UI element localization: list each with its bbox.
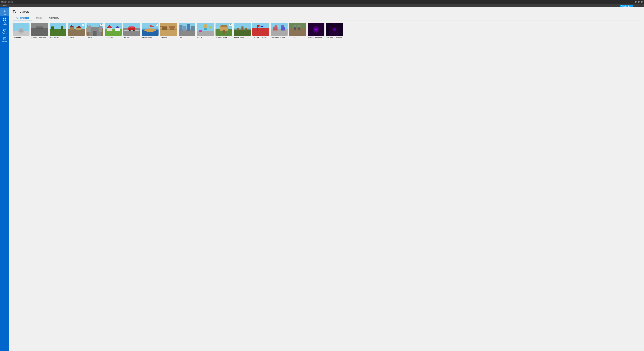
svg-rect-58 [220, 25, 227, 27]
template-card-obby[interactable]: Obby [197, 23, 214, 38]
template-name-baseplate: Baseplate [13, 36, 30, 38]
svg-rect-65 [258, 25, 258, 31]
svg-rect-46 [179, 30, 196, 36]
sidebar-item-recent[interactable]: Recent [0, 27, 10, 35]
sidebar-item-archive[interactable]: Archive [0, 36, 10, 44]
tab-all-templates[interactable]: All Templates [13, 16, 32, 20]
template-name-pirate-island: Pirate Island [142, 36, 158, 38]
svg-rect-53 [204, 28, 207, 30]
tab-theme[interactable]: Theme [32, 16, 46, 20]
maximize-button[interactable] [638, 1, 640, 3]
close-button[interactable] [641, 1, 643, 3]
sidebar-recent-label: Recent [2, 32, 7, 34]
edit-icon: ✎ [156, 24, 158, 26]
template-card-mansion[interactable]: Mansion of Wonder [326, 23, 343, 38]
svg-marker-30 [115, 26, 120, 28]
username-label: koderobIox [634, 5, 643, 7]
svg-rect-52 [199, 30, 202, 32]
template-card-castle[interactable]: ✎Castle [86, 23, 103, 38]
sidebar-my-games-label: My Games [1, 22, 9, 26]
svg-point-36 [133, 30, 134, 31]
file-menu[interactable]: FILE [1, 4, 8, 6]
template-card-western[interactable]: Western [160, 23, 177, 38]
template-name-suburban: Suburban [105, 36, 122, 38]
template-name-obby: Obby [197, 36, 214, 38]
template-name-mansion: Mansion of Wonder [326, 36, 343, 38]
template-card-baseplate[interactable]: Baseplate [13, 23, 30, 38]
template-card-team-ffa[interactable]: Team/FFA Arena [271, 23, 288, 38]
sidebar-archive-label: Archive [2, 41, 7, 43]
svg-rect-1 [5, 18, 6, 20]
edit-icon: ✎ [230, 24, 232, 26]
template-name-classic-baseplate: Classic Baseplate [31, 36, 48, 38]
svg-marker-17 [76, 26, 82, 28]
svg-rect-14 [70, 26, 74, 30]
svg-rect-21 [87, 25, 88, 27]
sidebar-item-new[interactable]: New [0, 8, 10, 16]
svg-rect-49 [187, 24, 190, 31]
template-card-starting-place[interactable]: ✎Starting Place [216, 23, 232, 38]
template-card-line-runner[interactable]: Line Runner [234, 23, 251, 38]
svg-rect-43 [160, 26, 167, 27]
svg-rect-47 [180, 25, 182, 31]
svg-rect-26 [105, 30, 122, 36]
content-area: Templates All Templates Theme Gameplay B… [10, 7, 644, 351]
svg-rect-86 [332, 24, 337, 27]
template-grid: BaseplateClassic BaseplateFlat Terrain✎V… [13, 23, 641, 38]
svg-rect-50 [191, 26, 194, 31]
template-card-racing[interactable]: Racing [123, 23, 140, 38]
template-card-village[interactable]: ✎Village [68, 23, 85, 38]
svg-rect-34 [129, 26, 134, 28]
template-card-classic-baseplate[interactable]: Classic Baseplate [31, 23, 48, 38]
page-title: Templates [13, 10, 641, 14]
minimize-button[interactable] [634, 1, 637, 3]
main-layout: New My Games Recent Archive [0, 7, 644, 351]
svg-rect-41 [160, 30, 177, 36]
template-card-capture-flag[interactable]: Capture The Flag [252, 23, 269, 38]
template-name-flat-terrain: Flat Terrain [50, 36, 66, 38]
svg-rect-0 [3, 18, 4, 20]
sidebar-item-my-games[interactable]: My Games [0, 17, 10, 27]
svg-rect-13 [69, 29, 84, 36]
menubar: FILE [0, 4, 644, 7]
svg-marker-40 [150, 25, 154, 27]
svg-rect-54 [209, 26, 212, 28]
template-name-capture-flag: Capture The Flag [252, 36, 269, 38]
svg-rect-22 [90, 25, 90, 27]
svg-rect-64 [252, 30, 269, 36]
sidebar-new-label: New [3, 14, 6, 15]
template-card-city[interactable]: City [179, 23, 196, 38]
template-card-combat[interactable]: Combat [289, 23, 306, 38]
edit-icon: ✎ [82, 24, 84, 26]
svg-rect-45 [170, 26, 175, 28]
svg-point-35 [129, 30, 130, 31]
app-title: Roblox Studio [1, 1, 13, 3]
archive-icon [3, 37, 6, 40]
clock-icon [3, 28, 6, 32]
template-card-move-it[interactable]: Move It Simulator [308, 23, 324, 38]
svg-rect-5 [3, 38, 6, 38]
svg-rect-2 [3, 20, 4, 21]
edit-icon: ✎ [100, 24, 103, 26]
svg-rect-20 [99, 26, 102, 32]
template-card-pirate-island[interactable]: ✎Pirate Island [142, 23, 158, 38]
svg-rect-25 [93, 31, 96, 36]
tab-gameplay[interactable]: Gameplay [46, 16, 62, 20]
svg-rect-10 [50, 29, 66, 36]
whats-new-button[interactable]: What's New [620, 5, 632, 7]
template-name-western: Western [160, 36, 177, 38]
svg-rect-62 [242, 26, 244, 30]
svg-rect-27 [106, 27, 112, 31]
titlebar-controls [634, 1, 643, 3]
template-card-flat-terrain[interactable]: Flat Terrain [50, 23, 66, 38]
grid-icon [3, 18, 6, 22]
svg-rect-48 [183, 26, 186, 31]
svg-point-55 [204, 24, 208, 28]
template-name-starting-place: Starting Place [216, 36, 232, 38]
svg-rect-12 [61, 26, 63, 30]
svg-point-73 [281, 25, 284, 28]
template-card-suburban[interactable]: Suburban [105, 23, 122, 38]
template-name-city: City [179, 36, 196, 38]
topright-area: What's New koderobIox [620, 5, 643, 7]
svg-rect-69 [271, 30, 288, 36]
